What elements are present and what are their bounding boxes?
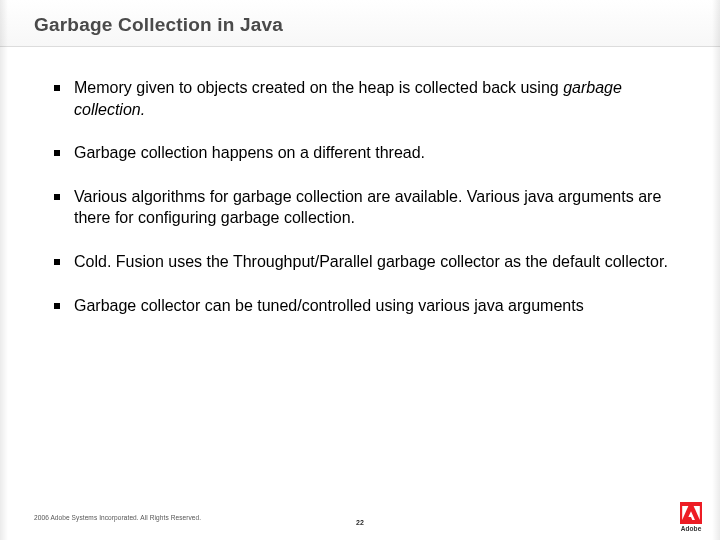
list-item: Various algorithms for garbage collectio… bbox=[54, 186, 686, 229]
bullet-text-pre: Garbage collector can be tuned/controlle… bbox=[74, 297, 584, 314]
bullet-text-pre: Various algorithms for garbage collectio… bbox=[74, 188, 661, 227]
bullet-text: Various algorithms for garbage collectio… bbox=[74, 186, 686, 229]
bullet-text: Cold. Fusion uses the Throughput/Paralle… bbox=[74, 251, 668, 273]
bullet-icon bbox=[54, 150, 60, 156]
content-area: Memory given to objects created on the h… bbox=[0, 47, 720, 316]
brand-logo-label: Adobe bbox=[680, 525, 702, 532]
brand-logo-wrap: Adobe bbox=[680, 502, 702, 532]
bullet-icon bbox=[54, 85, 60, 91]
bullet-text: Garbage collection happens on a differen… bbox=[74, 142, 425, 164]
list-item: Garbage collector can be tuned/controlle… bbox=[54, 295, 686, 317]
decorative-shade-right bbox=[712, 0, 720, 540]
bullet-text-pre: Cold. Fusion uses the Throughput/Paralle… bbox=[74, 253, 668, 270]
bullet-text-pre: Garbage collection happens on a differen… bbox=[74, 144, 425, 161]
list-item: Memory given to objects created on the h… bbox=[54, 77, 686, 120]
bullet-icon bbox=[54, 194, 60, 200]
list-item: Cold. Fusion uses the Throughput/Paralle… bbox=[54, 251, 686, 273]
slide-title: Garbage Collection in Java bbox=[34, 14, 720, 36]
title-bar: Garbage Collection in Java bbox=[0, 0, 720, 47]
slide: Garbage Collection in Java Memory given … bbox=[0, 0, 720, 540]
bullet-text: Memory given to objects created on the h… bbox=[74, 77, 686, 120]
adobe-logo-icon bbox=[680, 502, 702, 524]
footer: 2006 Adobe Systems Incorporated. All Rig… bbox=[0, 500, 720, 540]
decorative-shade-left bbox=[0, 0, 8, 540]
page-number: 22 bbox=[356, 519, 364, 526]
bullet-icon bbox=[54, 303, 60, 309]
list-item: Garbage collection happens on a differen… bbox=[54, 142, 686, 164]
copyright-text: 2006 Adobe Systems Incorporated. All Rig… bbox=[34, 514, 201, 521]
bullet-text: Garbage collector can be tuned/controlle… bbox=[74, 295, 584, 317]
bullet-icon bbox=[54, 259, 60, 265]
bullet-text-pre: Memory given to objects created on the h… bbox=[74, 79, 563, 96]
